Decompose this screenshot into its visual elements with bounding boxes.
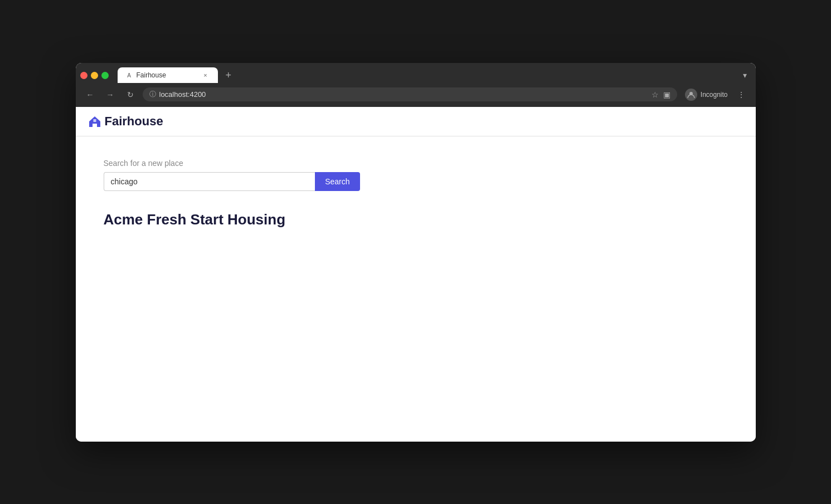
search-label: Search for a new place bbox=[104, 159, 728, 168]
tab-title: Fairhouse bbox=[137, 71, 198, 79]
maximize-window-button[interactable] bbox=[101, 72, 109, 79]
more-options-button[interactable]: ⋮ bbox=[733, 87, 749, 102]
browser-window: A Fairhouse × + ▾ ← → ↻ ⓘ localhost:4200… bbox=[76, 63, 756, 442]
logo-house-icon bbox=[87, 114, 103, 129]
search-row: Search bbox=[104, 172, 360, 191]
address-bar[interactable]: ⓘ localhost:4200 ☆ ▣ bbox=[143, 87, 677, 101]
address-right-icons: ☆ ▣ bbox=[652, 90, 670, 99]
active-tab[interactable]: A Fairhouse × bbox=[118, 67, 218, 83]
main-content: Search for a new place Search Acme Fresh… bbox=[76, 136, 756, 251]
reload-button[interactable]: ↻ bbox=[123, 87, 138, 102]
close-window-button[interactable] bbox=[80, 72, 88, 79]
back-button[interactable]: ← bbox=[82, 87, 98, 102]
info-icon: ⓘ bbox=[149, 90, 156, 99]
svg-rect-1 bbox=[93, 124, 96, 127]
bookmark-button[interactable]: ☆ bbox=[652, 90, 659, 99]
page-content: Fairhouse Search for a new place Search … bbox=[76, 107, 756, 442]
minimize-window-button[interactable] bbox=[91, 72, 98, 79]
app-logo: Fairhouse bbox=[87, 114, 163, 129]
browser-actions: Incognito ⋮ bbox=[682, 87, 749, 102]
address-text: localhost:4200 bbox=[159, 90, 648, 99]
app-header: Fairhouse bbox=[76, 107, 756, 136]
svg-rect-2 bbox=[93, 119, 96, 122]
window-controls bbox=[80, 72, 109, 79]
incognito-button[interactable]: Incognito bbox=[682, 87, 731, 102]
reader-mode-button[interactable]: ▣ bbox=[663, 90, 670, 99]
logo-text: Fairhouse bbox=[105, 114, 163, 129]
result-title: Acme Fresh Start Housing bbox=[104, 211, 728, 228]
tab-favicon-icon: A bbox=[125, 71, 133, 79]
forward-button[interactable]: → bbox=[103, 87, 118, 102]
search-button[interactable]: Search bbox=[315, 172, 359, 191]
incognito-label: Incognito bbox=[701, 91, 728, 99]
search-input[interactable] bbox=[104, 172, 315, 191]
close-tab-button[interactable]: × bbox=[201, 71, 210, 80]
tab-bar: A Fairhouse × + ▾ bbox=[76, 63, 756, 84]
address-bar-row: ← → ↻ ⓘ localhost:4200 ☆ ▣ bbox=[76, 84, 756, 107]
incognito-avatar-icon bbox=[685, 89, 697, 101]
new-tab-button[interactable]: + bbox=[221, 67, 236, 84]
browser-chrome: A Fairhouse × + ▾ ← → ↻ ⓘ localhost:4200… bbox=[76, 63, 756, 107]
tab-dropdown-button[interactable]: ▾ bbox=[738, 68, 751, 82]
